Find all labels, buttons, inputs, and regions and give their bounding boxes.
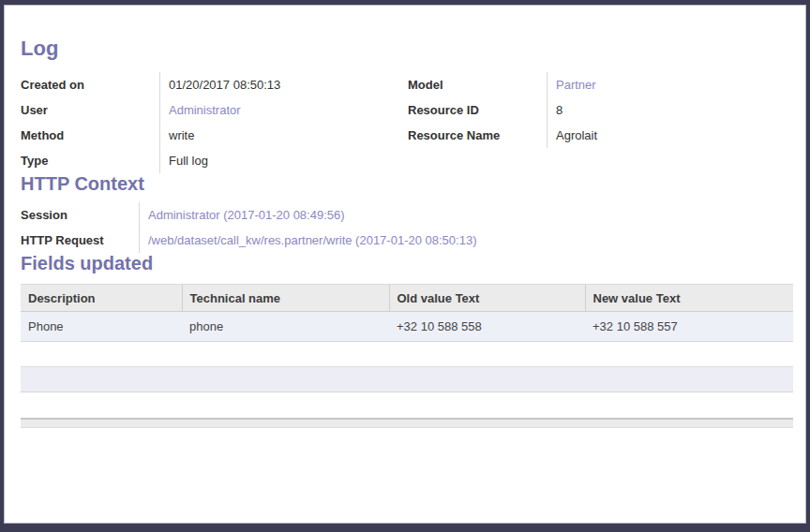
session-link[interactable]: Administrator (2017-01-20 08:49:56) xyxy=(148,208,345,222)
value-model: Partner xyxy=(547,72,793,97)
http-request-link[interactable]: /web/dataset/call_kw/res.partner/write (… xyxy=(148,233,476,247)
label-created-on: Created on xyxy=(21,72,159,97)
label-http-request: HTTP Request xyxy=(21,228,139,253)
value-created-on: 01/20/2017 08:50:13 xyxy=(159,72,408,97)
fields-updated-title: Fields updated xyxy=(21,253,793,274)
cell-old-value: +32 10 588 558 xyxy=(389,312,585,342)
label-type: Type xyxy=(21,148,159,173)
http-context-title: HTTP Context xyxy=(21,173,793,195)
col-header-description: Description xyxy=(21,285,182,312)
fields-updated-table: Description Technical name Old value Tex… xyxy=(21,284,793,342)
value-resource-id: 8 xyxy=(547,97,793,123)
col-header-technical-name: Technical name xyxy=(182,285,389,312)
value-type: Full log xyxy=(159,148,408,173)
page-title: Log xyxy=(21,37,793,60)
label-resource-id: Resource ID xyxy=(408,97,547,123)
label-method: Method xyxy=(21,123,159,148)
value-http-request: /web/dataset/call_kw/res.partner/write (… xyxy=(139,228,793,253)
table-row[interactable]: Phone phone +32 10 588 558 +32 10 588 55… xyxy=(21,312,793,342)
value-resource-name: Agrolait xyxy=(547,123,793,148)
label-model: Model xyxy=(408,72,547,97)
http-context-form: Session Administrator (2017-01-20 08:49:… xyxy=(21,202,793,253)
cell-new-value: +32 10 588 557 xyxy=(585,312,793,342)
empty-list-row xyxy=(21,366,793,392)
cell-technical-name: phone xyxy=(182,312,389,342)
log-window: Log Created on 01/20/2017 08:50:13 User … xyxy=(4,5,806,524)
col-header-new-value: New value Text xyxy=(585,285,793,312)
value-user: Administrator xyxy=(159,97,408,123)
label-resource-name: Resource Name xyxy=(408,123,547,148)
model-link[interactable]: Partner xyxy=(556,78,596,92)
cell-description: Phone xyxy=(21,312,182,342)
label-session: Session xyxy=(21,202,139,228)
label-user: User xyxy=(21,97,159,123)
value-session: Administrator (2017-01-20 08:49:56) xyxy=(139,202,793,228)
user-link[interactable]: Administrator xyxy=(169,103,241,117)
value-method: write xyxy=(159,123,408,148)
log-form: Created on 01/20/2017 08:50:13 User Admi… xyxy=(21,72,793,173)
empty-list-header-strip xyxy=(21,418,793,428)
page-background: { "colors": { "page_background": "#3c3c5… xyxy=(0,0,810,532)
col-header-old-value: Old value Text xyxy=(389,285,585,312)
table-header-row: Description Technical name Old value Tex… xyxy=(21,285,793,312)
